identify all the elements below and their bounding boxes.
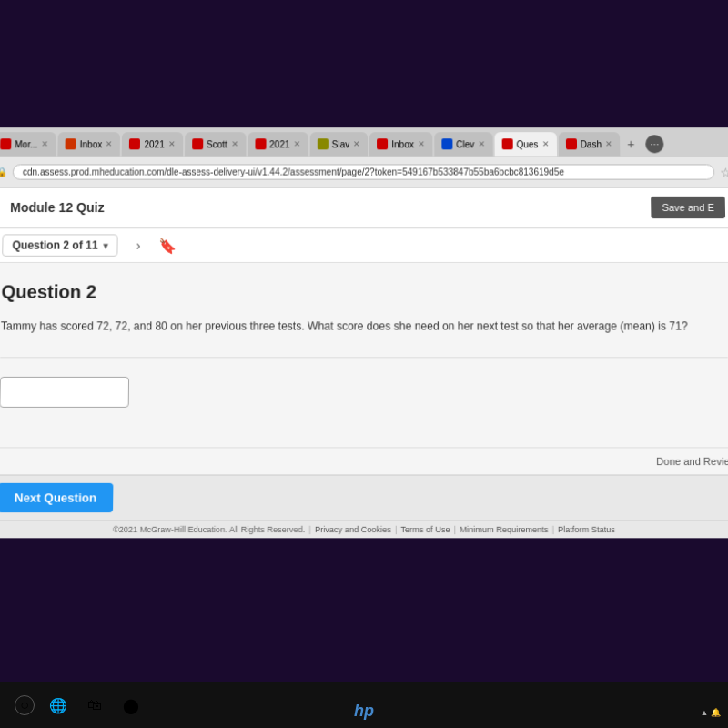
taskbar-circle-icon[interactable]: ○	[15, 695, 35, 715]
tab-close-inbox2[interactable]: ✕	[418, 139, 425, 148]
tab-label-ques: Ques	[516, 139, 538, 149]
browser-settings-icon[interactable]: ⋯	[645, 135, 663, 153]
tab-icon-inbox1	[66, 138, 76, 149]
taskbar-store-icon[interactable]: 🛍	[82, 693, 107, 718]
browser-window: Mor... ✕ Inbox ✕ 2021 ✕ Scott ✕ 2021	[0, 127, 728, 538]
terms-of-use-link[interactable]: Terms of Use	[400, 525, 450, 534]
tab-close-dash[interactable]: ✕	[605, 139, 612, 148]
tab-label-clev: Clev	[456, 139, 474, 149]
taskbar-edge-icon[interactable]: 🌐	[46, 693, 71, 718]
tab-label-inbox2: Inbox	[391, 139, 414, 149]
tab-icon-dash	[566, 138, 577, 149]
tab-icon-slavi	[318, 138, 329, 149]
taskbar: ○ 🌐 🛍 ⬤ hp ▲ 🔔	[0, 682, 728, 728]
tab-label-2021a: 2021	[144, 139, 164, 149]
tab-label-slavi: Slav	[332, 139, 350, 149]
hp-logo: hp	[354, 702, 374, 721]
address-bar: 🔒 cdn.assess.prod.mheducation.com/dle-as…	[0, 157, 728, 187]
content-footer: Done and Revie	[0, 447, 728, 474]
minimum-requirements-link[interactable]: Minimum Requirements	[460, 525, 548, 534]
tab-close-slavi[interactable]: ✕	[353, 139, 360, 148]
tab-icon-scott	[192, 138, 203, 149]
tab-close-2021a[interactable]: ✕	[168, 139, 176, 148]
tab-label-inbox1: Inbox	[80, 139, 103, 149]
chevron-down-icon: ▾	[104, 240, 108, 250]
tab-label-dash: Dash	[581, 139, 602, 149]
lock-icon: 🔒	[0, 167, 7, 177]
tab-mor[interactable]: Mor... ✕	[0, 132, 56, 156]
done-review-button[interactable]: Done and Revie	[656, 456, 728, 467]
tab-inbox1[interactable]: Inbox ✕	[57, 132, 120, 156]
tab-2021b[interactable]: 2021 ✕	[248, 132, 308, 156]
tab-icon-2021b	[255, 138, 266, 149]
url-bar[interactable]: cdn.assess.prod.mheducation.com/dle-asse…	[13, 164, 715, 179]
main-content: Question 2 Tammy has scored 72, 72, and …	[0, 263, 728, 447]
tab-icon-mor	[0, 138, 11, 149]
copyright-text: ©2021 McGraw-Hill Education. All Rights …	[113, 525, 306, 534]
question-nav-bar: Question 2 of 11 ▾ › 🔖	[0, 228, 728, 263]
new-tab-button[interactable]: +	[622, 135, 640, 153]
question-selector-dropdown[interactable]: Question 2 of 11 ▾	[2, 234, 118, 256]
privacy-cookies-link[interactable]: Privacy and Cookies	[315, 525, 391, 534]
tab-close-mor[interactable]: ✕	[41, 139, 48, 148]
star-icon[interactable]: ☆	[720, 165, 728, 179]
action-bar: Next Question	[0, 474, 728, 520]
tab-2021a[interactable]: 2021 ✕	[122, 132, 183, 156]
question-body-text: Tammy has scored 72, 72, and 80 on her p…	[1, 318, 728, 334]
tab-close-scott[interactable]: ✕	[231, 139, 238, 148]
tab-close-2021b[interactable]: ✕	[293, 139, 300, 148]
tab-dash[interactable]: Dash ✕	[558, 132, 620, 156]
tab-close-ques[interactable]: ✕	[541, 139, 549, 148]
tab-label-scott: Scott	[207, 139, 228, 149]
page-footer: ©2021 McGraw-Hill Education. All Rights …	[0, 520, 728, 538]
tab-label-2021b: 2021	[269, 139, 289, 149]
tab-close-clev[interactable]: ✕	[478, 139, 485, 148]
system-tray-icons: ▲ 🔔	[701, 708, 721, 717]
content-divider	[0, 357, 727, 358]
app-title: Module 12 Quiz	[10, 200, 105, 215]
tab-ques[interactable]: Ques ✕	[494, 132, 556, 156]
tab-bar: Mor... ✕ Inbox ✕ 2021 ✕ Scott ✕ 2021	[0, 127, 728, 157]
system-tray: ▲ 🔔	[701, 708, 721, 717]
next-question-arrow-icon[interactable]: ›	[127, 234, 149, 256]
tab-close-inbox1[interactable]: ✕	[106, 139, 113, 148]
question-title: Question 2	[1, 281, 726, 302]
tab-scott[interactable]: Scott ✕	[185, 132, 246, 156]
question-selector-label: Question 2 of 11	[12, 238, 97, 251]
taskbar-app-icon[interactable]: ⬤	[118, 693, 144, 718]
save-exit-button[interactable]: Save and E	[651, 197, 725, 218]
tab-icon-inbox2	[377, 138, 388, 149]
app-header: Module 12 Quiz Save and E	[0, 188, 728, 229]
platform-status-link[interactable]: Platform Status	[558, 525, 615, 534]
tab-label-mor: Mor...	[15, 139, 37, 149]
bookmark-icon[interactable]: 🔖	[158, 237, 177, 254]
tab-icon-clev	[441, 138, 452, 149]
tab-slavi[interactable]: Slav ✕	[309, 132, 368, 156]
tab-clev[interactable]: Clev ✕	[434, 132, 492, 156]
answer-input-field[interactable]	[0, 377, 129, 408]
tab-icon-2021a	[129, 138, 140, 149]
next-question-button[interactable]: Next Question	[0, 483, 114, 512]
tab-icon-ques	[501, 138, 512, 149]
tab-inbox2[interactable]: Inbox ✕	[369, 132, 432, 156]
